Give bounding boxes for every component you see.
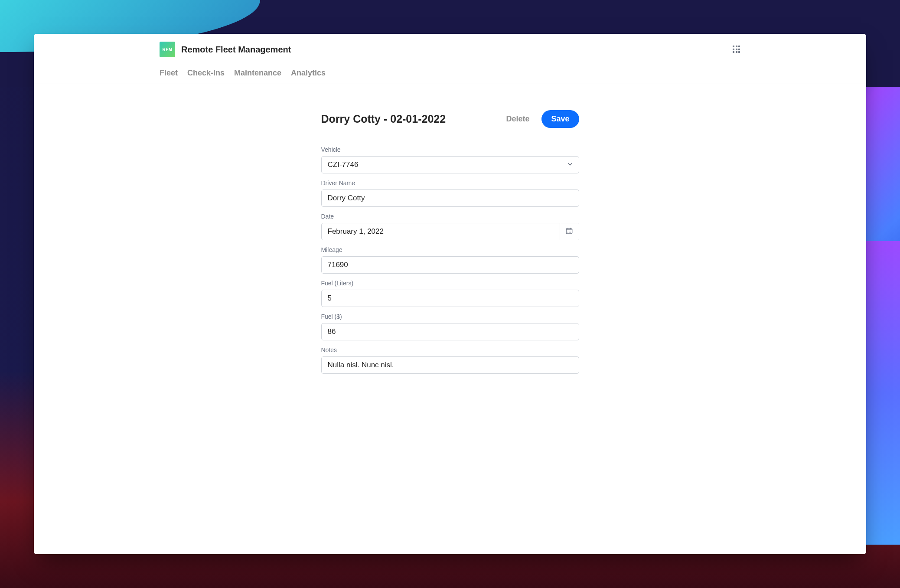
- form-container: Dorry Cotty - 02-01-2022 Delete Save Veh…: [321, 110, 579, 374]
- date-picker-button[interactable]: [560, 223, 579, 240]
- delete-button[interactable]: Delete: [506, 114, 529, 124]
- mileage-input[interactable]: [321, 256, 579, 274]
- form-group-vehicle: Vehicle: [321, 146, 579, 173]
- form-group-date: Date: [321, 213, 579, 240]
- nav-item-fleet[interactable]: Fleet: [160, 62, 178, 84]
- form-group-mileage: Mileage: [321, 246, 579, 274]
- nav-item-checkins[interactable]: Check-Ins: [187, 62, 225, 84]
- notes-label: Notes: [321, 346, 579, 353]
- page-title: Dorry Cotty - 02-01-2022: [321, 113, 446, 125]
- page-header: Dorry Cotty - 02-01-2022 Delete Save: [321, 110, 579, 128]
- app-icon: RFM: [160, 42, 175, 57]
- fuel-liters-label: Fuel (Liters): [321, 280, 579, 287]
- nav-item-analytics[interactable]: Analytics: [291, 62, 326, 84]
- driver-name-label: Driver Name: [321, 180, 579, 186]
- mileage-label: Mileage: [321, 246, 579, 253]
- form-group-driver-name: Driver Name: [321, 180, 579, 207]
- app-icon-text: RFM: [162, 47, 172, 52]
- nav-item-maintenance[interactable]: Maintenance: [234, 62, 281, 84]
- main: Dorry Cotty - 02-01-2022 Delete Save Veh…: [34, 84, 866, 554]
- driver-name-input[interactable]: [321, 189, 579, 207]
- page-actions: Delete Save: [506, 110, 579, 128]
- app-title: Remote Fleet Management: [181, 45, 291, 55]
- fuel-dollars-input[interactable]: [321, 323, 579, 340]
- vehicle-label: Vehicle: [321, 146, 579, 153]
- date-label: Date: [321, 213, 579, 220]
- app-window: RFM Remote Fleet Management Fleet Check-…: [34, 34, 866, 554]
- form-group-fuel-dollars: Fuel ($): [321, 313, 579, 340]
- calendar-icon: [565, 227, 573, 236]
- nav: Fleet Check-Ins Maintenance Analytics: [34, 62, 866, 84]
- fuel-dollars-label: Fuel ($): [321, 313, 579, 320]
- form-group-fuel-liters: Fuel (Liters): [321, 280, 579, 307]
- apps-grid-icon[interactable]: [733, 46, 740, 53]
- save-button[interactable]: Save: [541, 110, 579, 128]
- notes-input[interactable]: [321, 356, 579, 374]
- header: RFM Remote Fleet Management: [34, 34, 866, 62]
- form-group-notes: Notes: [321, 346, 579, 374]
- vehicle-select[interactable]: [321, 156, 579, 173]
- date-input[interactable]: [322, 223, 560, 240]
- fuel-liters-input[interactable]: [321, 290, 579, 307]
